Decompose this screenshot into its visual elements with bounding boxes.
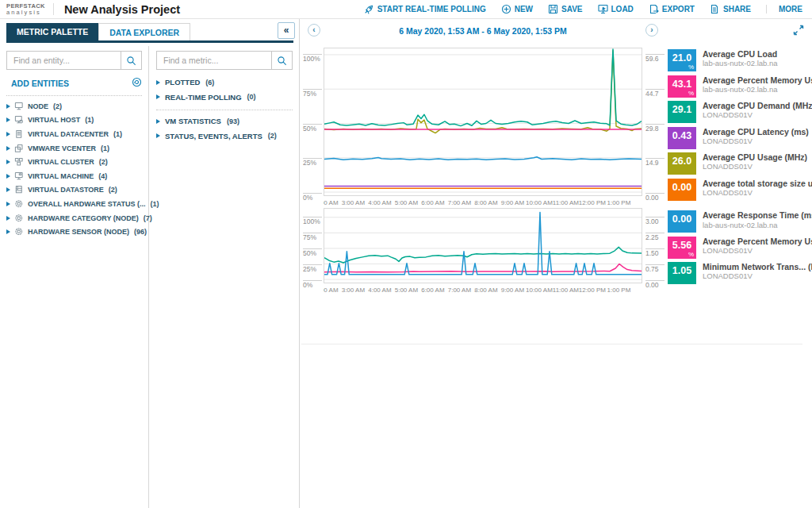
- legend-value-tile[interactable]: 0.43: [668, 127, 696, 149]
- expander-arrow-icon[interactable]: [6, 160, 10, 164]
- divider: [156, 110, 293, 110]
- legend-item-average-percent-memory-usage: 5.56%Average Percent Memory UsageLONADDS…: [668, 237, 810, 259]
- expand-icon[interactable]: [793, 25, 804, 36]
- toolbar-label: MORE: [779, 5, 802, 13]
- metric-group-count: (93): [227, 117, 239, 125]
- search-icon[interactable]: [121, 52, 141, 69]
- legend-value-tile[interactable]: 5.56%: [668, 237, 696, 259]
- legend-title: Average CPU Demand (MHz): [703, 101, 812, 110]
- y-tick-label: 2.25: [645, 233, 665, 241]
- toolbar-new-button[interactable]: NEW: [501, 4, 533, 14]
- y-tick-label: 1.50: [645, 248, 665, 257]
- entity-count: (4): [98, 172, 107, 180]
- entity-count: (96): [134, 228, 147, 236]
- plus-circle-icon: [501, 4, 511, 14]
- divider: [301, 344, 802, 344]
- entity-item-virtual-machine[interactable]: VIRTUAL MACHINE(4): [6, 169, 142, 183]
- toolbar-export-button[interactable]: EXPORT: [649, 4, 695, 14]
- y-tick-label: 0.75: [645, 264, 665, 273]
- toolbar-load-button[interactable]: LOAD: [598, 4, 634, 14]
- entity-item-virtual-cluster[interactable]: VIRTUAL CLUSTER(2): [6, 155, 142, 169]
- expander-arrow-icon[interactable]: [156, 94, 160, 99]
- series-minimum-network-transfer-kb-s: [324, 247, 642, 263]
- entity-item-virtual-datacenter[interactable]: VIRTUAL DATACENTER(1): [6, 127, 142, 141]
- expander-arrow-icon[interactable]: [6, 146, 10, 151]
- entity-item-node[interactable]: NODE(2): [6, 99, 142, 114]
- legend-value-tile[interactable]: 0.00: [668, 179, 696, 201]
- legend-value-tile[interactable]: 1.05: [668, 262, 696, 284]
- metric-group-status-events-alerts[interactable]: STATUS, EVENTS, ALERTS(2): [156, 129, 293, 144]
- search-icon[interactable]: [271, 52, 292, 69]
- chart-1-plot[interactable]: [324, 48, 642, 196]
- expander-arrow-icon[interactable]: [6, 187, 10, 192]
- y-tick-label: 25%: [303, 264, 322, 273]
- entity-item-virtual-datastore[interactable]: VIRTUAL DATASTORE(2): [6, 183, 142, 198]
- x-tick-label: 1:00 PM: [607, 199, 631, 206]
- legend-value-tile[interactable]: 26.0: [668, 152, 696, 175]
- add-entities-button[interactable]: ADD ENTITIES: [11, 79, 69, 88]
- legend-text: Average Response Time (ms)lab-aus-nutx-0…: [703, 210, 812, 233]
- expander-arrow-icon[interactable]: [6, 216, 10, 221]
- x-tick-label: 10:00 AM: [526, 287, 553, 294]
- expander-arrow-icon[interactable]: [156, 80, 160, 85]
- toolbar-more-button[interactable]: MORE: [766, 5, 802, 13]
- metric-group-real-time-polling[interactable]: REAL-TIME POLLING(0): [156, 90, 293, 105]
- chart-2-plot[interactable]: [324, 208, 642, 283]
- legend-item-average-response-time-ms: 0.00Average Response Time (ms)lab-aus-nu…: [668, 210, 810, 233]
- entity-label: OVERALL HARDWARE STATUS (...: [28, 200, 146, 208]
- expander-arrow-icon[interactable]: [6, 132, 10, 137]
- metric-search-input[interactable]: [157, 52, 271, 69]
- x-tick-label: 2:00 AM: [324, 287, 339, 294]
- legend-unit: %: [688, 251, 694, 258]
- metric-group-plotted[interactable]: PLOTTED(6): [156, 75, 293, 90]
- time-back-button[interactable]: ‹: [308, 24, 320, 37]
- collapse-panel-button[interactable]: «: [278, 22, 295, 39]
- entity-label: VIRTUAL MACHINE: [28, 172, 94, 180]
- legend-value-tile[interactable]: 0.00: [668, 210, 696, 233]
- y-tick-label: 100%: [303, 217, 322, 225]
- legend-value: 0.43: [668, 130, 696, 141]
- toolbar-save-button[interactable]: SAVE: [548, 4, 583, 14]
- legend-text: Average CPU Latency (ms)LONADDS01V: [703, 127, 809, 149]
- expander-arrow-icon[interactable]: [6, 229, 10, 234]
- legend-value-tile[interactable]: 29.1: [668, 101, 696, 123]
- tab-metric-palette[interactable]: METRIC PALETTE: [6, 23, 98, 40]
- time-forward-button[interactable]: ›: [645, 24, 658, 37]
- legend-value: 0.00: [668, 214, 696, 225]
- y-tick-label: 0.00: [645, 280, 665, 289]
- x-tick-label: 6:00 AM: [421, 287, 444, 294]
- legend-value-tile[interactable]: 43.1%: [668, 75, 696, 98]
- expander-arrow-icon[interactable]: [156, 119, 160, 124]
- expander-arrow-icon[interactable]: [6, 104, 10, 109]
- entity-item-overall-hardware-status[interactable]: OVERALL HARDWARE STATUS (...(1): [6, 197, 142, 211]
- expander-arrow-icon[interactable]: [6, 174, 10, 179]
- entity-label: HARDWARE SENSOR (NODE): [28, 228, 129, 236]
- entity-label: VIRTUAL DATASTORE: [28, 186, 104, 194]
- legend-value-tile[interactable]: 21.0%: [668, 49, 696, 71]
- expander-arrow-icon[interactable]: [6, 117, 10, 122]
- entity-item-vmware-vcenter[interactable]: VMWARE VCENTER(1): [6, 141, 142, 156]
- expander-arrow-icon[interactable]: [156, 133, 160, 138]
- x-tick-label: 5:00 AM: [395, 287, 418, 294]
- toolbar-start-polling-button[interactable]: START REAL-TIME POLLING: [364, 4, 486, 14]
- toolbar-share-button[interactable]: SHARE: [710, 4, 751, 14]
- y-tick-label: 100%: [303, 54, 322, 63]
- chart-2-legend: 0.00Average Response Time (ms)lab-aus-nu…: [668, 210, 810, 288]
- y-tick-label: 3.00: [645, 217, 665, 225]
- refresh-icon[interactable]: [132, 76, 142, 90]
- expander-arrow-icon[interactable]: [6, 202, 10, 206]
- entity-item-hardware-category-node[interactable]: HARDWARE CATEGORY (NODE)(7): [6, 211, 142, 225]
- x-tick-label: 9:00 AM: [501, 199, 524, 206]
- legend-subtitle: LONADDS01V: [703, 110, 812, 119]
- entity-count: (2): [53, 102, 62, 110]
- entity-item-hardware-sensor-node[interactable]: HARDWARE SENSOR (NODE)(96): [6, 225, 142, 239]
- metric-group-vm-statistics[interactable]: VM STATISTICS(93): [156, 114, 293, 129]
- date-range[interactable]: 6 May 2020, 1:53 AM - 6 May 2020, 1:53 P…: [324, 26, 642, 36]
- toolbar-label: EXPORT: [662, 5, 695, 13]
- y-tick-label: 0.00: [645, 193, 665, 202]
- entity-search-input[interactable]: [7, 52, 121, 69]
- tab-data-explorer[interactable]: DATA EXPLORER: [98, 23, 190, 40]
- metric-group-label: PLOTTED: [165, 78, 200, 87]
- entity-item-virtual-host[interactable]: VIRTUAL HOST(1): [6, 114, 142, 128]
- legend-item-average-total-storage-size-us-b: 0.00Average total storage size us... (B)…: [668, 179, 810, 201]
